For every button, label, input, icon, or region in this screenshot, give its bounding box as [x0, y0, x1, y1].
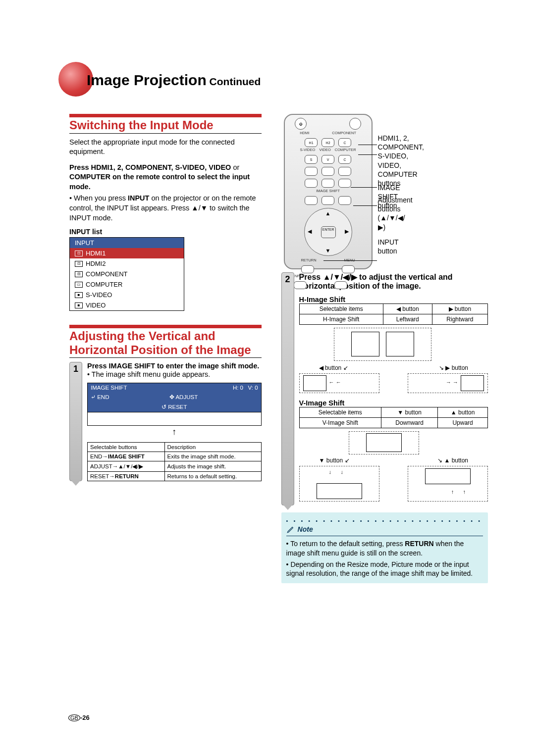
svideo-icon: ■: [75, 292, 83, 298]
v-shift-title: V-Image Shift: [299, 399, 488, 407]
t: VIDEO: [209, 163, 231, 171]
t: The image shift menu guide appears.: [92, 370, 210, 378]
page-number: -26: [80, 714, 90, 721]
input-item: ■S-VIDEO: [70, 290, 184, 300]
th: Description: [164, 442, 261, 452]
input-list-label: INPUT list: [69, 228, 262, 236]
input-item: ⊡HDMI1: [70, 248, 184, 258]
hdmi1-icon: ⊡: [75, 251, 83, 256]
title-main: Image Projection: [87, 72, 207, 88]
input-item: ■VIDEO: [70, 300, 184, 310]
section1-bullet: • When you press INPUT on the projector …: [69, 194, 262, 223]
heading-rule: [69, 325, 262, 328]
mg-adjust: ✥ ADJUST: [169, 394, 198, 401]
v-shift-table: Selectable items▼ button▲ button V-Image…: [299, 407, 488, 428]
misc-button[interactable]: [305, 179, 318, 188]
remote-control-illustration: ⏻ HDMICOMPONENT H1H2C S-VIDEOVIDEOCOMPUT…: [284, 114, 373, 269]
step-2: 2 Press ▲/▼/◀/▶ to adjust the vertical a…: [281, 272, 488, 505]
page-footer: GB-26: [68, 714, 90, 721]
t: S-VIDEO: [175, 163, 205, 171]
step-number: 1: [69, 362, 82, 481]
misc-button[interactable]: [338, 196, 351, 205]
press-instruction: Press HDMI1, 2, COMPONENT, S-VIDEO, VIDE…: [69, 163, 262, 192]
h-shift-table: Selectable items◀ button▶ button H-Image…: [299, 303, 488, 325]
note-bullet-2: • Depending on the Resize mode, Picture …: [286, 560, 483, 579]
dpad[interactable]: ▲ ▼ ◀ ▶ ENTER: [304, 208, 352, 256]
misc-button[interactable]: [305, 167, 318, 176]
t: 2: [117, 163, 121, 171]
th: Selectable buttons: [88, 442, 165, 452]
note-dots: • • • • • • • • • • • • • • • • • • • • …: [286, 517, 483, 525]
t: ,: [121, 163, 125, 171]
input-item: ▭COMPUTER: [70, 279, 184, 290]
heading-rule: [69, 114, 262, 117]
misc-button[interactable]: [321, 179, 334, 188]
mg-title: IMAGE SHIFT: [91, 385, 127, 391]
component-icon: ⊟: [75, 271, 83, 277]
input-item: ⊟COMPONENT: [70, 269, 184, 279]
section-heading-switching: Switching the Input Mode: [69, 118, 262, 134]
h-shift-title: H-Image Shift: [299, 296, 488, 303]
t: HDMI1: [91, 163, 113, 171]
note-box: • • • • • • • • • • • • • • • • • • • • …: [281, 512, 488, 583]
t: Press: [69, 163, 91, 171]
mg-v: V: 0: [248, 385, 258, 391]
input-list-box: INPUT ⊡HDMI1 ⊡HDMI2 ⊟COMPONENT ▭COMPUTER…: [69, 237, 184, 311]
image-shift-label: IMAGE SHIFT: [285, 189, 372, 193]
mg-reset: ↺ RESET: [161, 403, 187, 410]
image-shift-button[interactable]: [305, 196, 318, 205]
menu-guide-bar: IMAGE SHIFT H: 0 V: 0 ⤶ END ✥ ADJUST ↺ R…: [87, 383, 262, 426]
t: IMAGE SHIFT: [109, 362, 155, 370]
step-1: 1 Press IMAGE SHIFT to enter the image s…: [69, 362, 262, 481]
t: or: [231, 163, 239, 171]
t: to enter the image shift mode.: [155, 362, 259, 370]
hdmi2-icon: ⊡: [75, 261, 83, 267]
section1-intro: Select the appropriate input mode for th…: [69, 138, 262, 157]
video-button[interactable]: V: [321, 155, 334, 164]
enter-button[interactable]: ENTER: [321, 226, 336, 238]
mg-h: H: 0: [233, 385, 243, 391]
misc-button[interactable]: [338, 167, 351, 176]
misc-button[interactable]: [334, 281, 347, 289]
video-icon: ■: [75, 302, 83, 308]
left-column: Switching the Input Mode Select the appr…: [69, 114, 262, 583]
t: When you press: [74, 194, 128, 202]
computer-icon: ▭: [75, 282, 83, 288]
h-shift-diagram: ◀ button ↙ ↘ ▶ button ← ← → →: [299, 328, 488, 392]
title-continued: Continued: [207, 76, 261, 87]
computer-button[interactable]: C: [338, 155, 351, 164]
callout-source-buttons: HDMI1, 2, COMPONENT, S-VIDEO, VIDEO, COM…: [378, 134, 424, 188]
note-pencil-icon: [286, 525, 295, 534]
input-list-header: INPUT: [70, 238, 184, 248]
misc-button[interactable]: [321, 196, 334, 205]
callout-input-button: INPUT button: [378, 238, 399, 255]
description-table: Selectable buttonsDescription END→IMAGE …: [87, 442, 262, 481]
v-shift-diagram: ▼ button ↙ ↘ ▲ button ↓ ↓ ↑ ↑: [299, 431, 488, 505]
right-column: ⏻ HDMICOMPONENT H1H2C S-VIDEOVIDEOCOMPUT…: [281, 114, 488, 583]
component-button[interactable]: C: [338, 138, 351, 147]
gb-icon: GB: [68, 714, 80, 721]
misc-button[interactable]: [321, 167, 334, 176]
svideo-button[interactable]: S: [305, 155, 318, 164]
callout-adjust-buttons: Adjustment buttons (▲/▼/◀/▶): [378, 196, 413, 232]
note-bullet-1: • To return to the default setting, pres…: [286, 539, 483, 558]
menu-button[interactable]: [342, 265, 355, 273]
t: ,: [113, 163, 117, 171]
t: ,: [171, 163, 175, 171]
manual-page: Image Projection Continued Switching the…: [0, 0, 535, 756]
section-heading-adjust: Adjusting the Vertical and Horizontal Po…: [69, 329, 262, 358]
hdmi1-button[interactable]: H1: [305, 138, 318, 147]
hdmi2-button[interactable]: H2: [321, 138, 334, 147]
input-item: ⊡HDMI2: [70, 258, 184, 269]
mg-end: ⤶ END: [91, 394, 109, 401]
step1-text: Press IMAGE SHIFT to enter the image shi…: [87, 362, 262, 370]
t: INPUT: [128, 194, 150, 202]
step-number: 2: [281, 272, 294, 505]
t: COMPUTER: [69, 173, 110, 181]
step1-bullet: • The image shift menu guide appears.: [87, 370, 262, 380]
misc-button[interactable]: [338, 179, 351, 188]
t: COMPONENT: [125, 163, 171, 171]
return-button[interactable]: [301, 265, 314, 273]
page-title: Image Projection Continued: [87, 72, 261, 89]
input-button[interactable]: [294, 281, 307, 289]
